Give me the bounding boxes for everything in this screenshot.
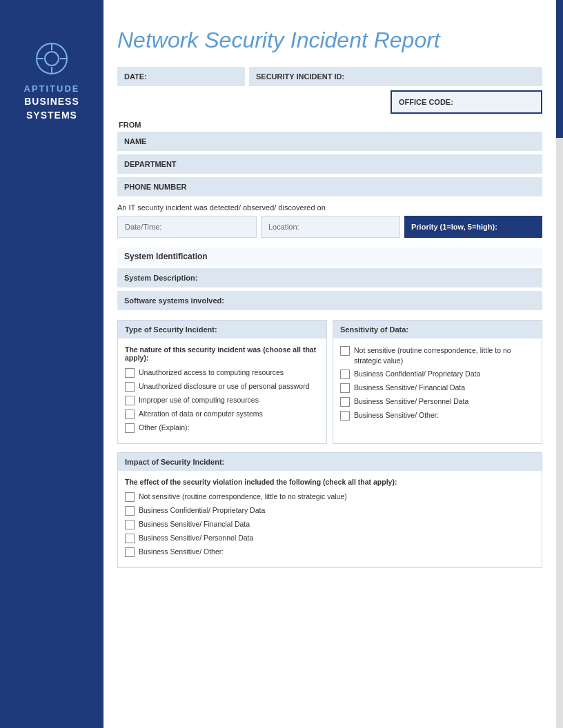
impact-checkbox-0[interactable]	[125, 492, 135, 502]
impact-header: Impact of Security Incident:	[118, 453, 542, 471]
sensitivity-checkbox-label-2: Business Sensitive/ Financial Data	[354, 383, 465, 393]
sidebar-brand-top: APTITUDE	[24, 83, 80, 95]
top-fields-row: DATE: SECURITY INCIDENT ID:	[117, 67, 542, 86]
impact-checkbox-item: Business Confidential/ Proprietary Data	[125, 505, 535, 516]
sensitivity-checkbox-label-1: Business Confidential/ Proprietary Data	[354, 369, 480, 379]
impact-checkbox-label-2: Business Sensitive/ Financial Data	[139, 519, 250, 529]
type-checkbox-label-0: Unauthorized access to computing resourc…	[139, 367, 284, 378]
detected-text: An IT security incident was detected/ ob…	[117, 203, 542, 212]
priority-field[interactable]: Priority (1=low, 5=high):	[404, 216, 542, 238]
impact-checkbox-1[interactable]	[125, 506, 135, 516]
type-checkbox-1[interactable]	[125, 382, 135, 392]
from-label: FROM	[117, 121, 542, 129]
type-checkbox-0[interactable]	[125, 368, 135, 378]
impact-box: Impact of Security Incident: The effect …	[117, 452, 542, 568]
sensitivity-checkbox-2[interactable]	[340, 383, 350, 393]
sensitivity-body: Not sensitive (routine correspondence, l…	[333, 338, 542, 431]
type-checkbox-4[interactable]	[125, 423, 135, 433]
impact-checkbox-2[interactable]	[125, 520, 135, 529]
impact-checkbox-item: Business Sensitive/ Other:	[125, 547, 535, 557]
office-code-row: OFFICE CODE:	[117, 90, 542, 114]
incident-detection-row: Date/Time: Location: Priority (1=low, 5=…	[117, 216, 542, 238]
impact-body: The effect of the security violation inc…	[118, 471, 542, 567]
sidebar-brand-bottom: BUSINESSSYSTEMS	[24, 95, 79, 122]
sensitivity-checkbox-item: Not sensitive (routine correspondence, l…	[340, 345, 535, 365]
office-code-field[interactable]: OFFICE CODE:	[391, 90, 542, 114]
sensitivity-checkbox-label-3: Business Sensitive/ Personnel Data	[354, 396, 468, 407]
svg-point-1	[45, 52, 59, 65]
location-field[interactable]: Location:	[261, 216, 400, 238]
sensitivity-checkbox-item: Business Sensitive/ Other:	[340, 410, 535, 421]
type-checkbox-label-3: Alteration of data or computer systems	[139, 409, 263, 419]
sensitivity-checkboxes-list: Not sensitive (routine correspondence, l…	[340, 345, 535, 421]
system-description-field[interactable]: System Description:	[117, 268, 542, 287]
sensitivity-checkbox-1[interactable]	[340, 370, 350, 379]
impact-checkbox-item: Business Sensitive/ Personnel Data	[125, 533, 535, 543]
sensitivity-header: Sensitivity of Data:	[333, 321, 542, 338]
phone-field[interactable]: PHONE NUMBER	[117, 177, 542, 196]
sensitivity-checkbox-0[interactable]	[340, 346, 350, 356]
main-content: Network Security Incident Report DATE: S…	[103, 0, 563, 728]
sensitivity-checkbox-item: Business Sensitive/ Personnel Data	[340, 396, 535, 407]
impact-subtext: The effect of the security violation inc…	[125, 478, 535, 486]
sensitivity-checkbox-item: Business Confidential/ Proprietary Data	[340, 369, 535, 379]
date-field[interactable]: DATE:	[117, 67, 245, 86]
type-incident-body: The nature of this security incident was…	[118, 338, 326, 443]
report-title: Network Security Incident Report	[117, 28, 542, 53]
type-checkbox-item: Improper use of computing resources	[125, 395, 319, 405]
sensitivity-checkbox-4[interactable]	[340, 411, 350, 421]
impact-checkbox-item: Business Sensitive/ Financial Data	[125, 519, 535, 529]
impact-checkbox-label-0: Not sensitive (routine correspondence, l…	[139, 492, 347, 502]
aptitude-logo-icon	[34, 41, 69, 76]
type-checkbox-label-1: Unauthorized disclosure or use of person…	[139, 381, 309, 392]
type-incident-subtext: The nature of this security incident was…	[125, 345, 319, 362]
scrollbar[interactable]	[556, 0, 563, 728]
datetime-field[interactable]: Date/Time:	[117, 216, 257, 238]
type-checkbox-3[interactable]	[125, 410, 135, 419]
security-id-field[interactable]: SECURITY INCIDENT ID:	[249, 67, 542, 86]
type-checkbox-item: Unauthorized access to computing resourc…	[125, 367, 319, 378]
type-checkbox-label-4: Other (Explain):	[139, 423, 190, 433]
type-checkbox-2[interactable]	[125, 396, 135, 405]
sensitivity-box: Sensitivity of Data: Not sensitive (rout…	[333, 320, 542, 444]
sensitivity-checkbox-label-4: Business Sensitive/ Other:	[354, 410, 439, 421]
type-checkboxes-list: Unauthorized access to computing resourc…	[125, 367, 319, 433]
impact-checkbox-label-1: Business Confidential/ Proprietary Data	[139, 505, 265, 516]
type-of-incident-box: Type of Security Incident: The nature of…	[117, 320, 327, 444]
sidebar: APTITUDE BUSINESSSYSTEMS	[0, 0, 103, 728]
impact-checkbox-item: Not sensitive (routine correspondence, l…	[125, 492, 535, 502]
department-field[interactable]: DEPARTMENT	[117, 154, 542, 174]
type-checkbox-item: Alteration of data or computer systems	[125, 409, 319, 419]
type-checkbox-item: Unauthorized disclosure or use of person…	[125, 381, 319, 392]
two-col-section: Type of Security Incident: The nature of…	[117, 320, 542, 444]
impact-checkbox-label-4: Business Sensitive/ Other:	[139, 547, 224, 557]
type-incident-header: Type of Security Incident:	[118, 321, 326, 338]
impact-checkbox-3[interactable]	[125, 534, 135, 543]
name-field[interactable]: NAME	[117, 132, 542, 151]
sensitivity-checkbox-3[interactable]	[340, 397, 350, 407]
type-checkbox-item: Other (Explain):	[125, 423, 319, 433]
impact-checkbox-label-3: Business Sensitive/ Personnel Data	[139, 533, 253, 543]
type-checkbox-label-2: Improper use of computing resources	[139, 395, 259, 405]
software-systems-field[interactable]: Software systems involved:	[117, 291, 542, 310]
sensitivity-checkbox-label-0: Not sensitive (routine correspondence, l…	[354, 345, 535, 365]
scrollbar-thumb[interactable]	[556, 0, 563, 138]
impact-checkbox-4[interactable]	[125, 547, 135, 557]
system-id-section-header: System Identification	[117, 247, 542, 265]
sensitivity-checkbox-item: Business Sensitive/ Financial Data	[340, 383, 535, 393]
impact-checkboxes-list: Not sensitive (routine correspondence, l…	[125, 492, 535, 557]
